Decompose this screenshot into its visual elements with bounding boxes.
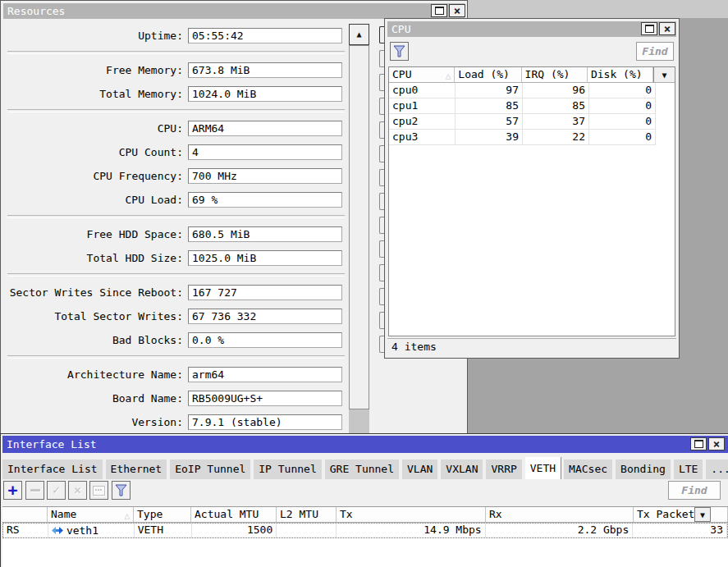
resources-form: Uptime:05:55:42Free Memory:673.8 MiBTota… (1, 24, 347, 458)
cpu-table-row[interactable]: cpu097960 (389, 83, 675, 98)
interface-column-header[interactable]: Type (134, 507, 191, 523)
enable-button[interactable]: ✓ (47, 481, 66, 500)
interface-column-header[interactable]: Rx (486, 507, 634, 523)
tab-ip-tunnel[interactable]: IP Tunnel (254, 460, 321, 479)
tab-interface-list[interactable]: Interface List (2, 460, 103, 479)
resource-field-value[interactable]: 7.9.1 (stable) (188, 414, 342, 430)
tab-vrrp[interactable]: VRRP (486, 460, 521, 479)
close-icon: × (454, 5, 460, 16)
cpu-cell: cpu1 (389, 98, 456, 114)
resource-field-value[interactable]: 05:55:42 (188, 28, 342, 43)
resource-field-value[interactable]: 0.0 % (188, 332, 342, 348)
cpu-column-header[interactable]: CPU△ (389, 67, 455, 83)
tab-macsec[interactable]: MACsec (564, 460, 612, 479)
cpu-cell: 39 (456, 130, 523, 145)
interface-column-header[interactable]: L2 MTU (277, 507, 337, 523)
resource-field-value[interactable]: RB5009UG+S+ (188, 391, 342, 406)
maximize-icon (435, 7, 444, 15)
interface-list-close-button[interactable]: × (708, 437, 725, 450)
resource-field-label: Board Name: (1, 392, 183, 405)
remove-button[interactable] (25, 481, 44, 500)
interface-column-header[interactable]: Tx (337, 507, 486, 523)
resource-field-value[interactable]: 1025.0 MiB (188, 250, 342, 266)
interface-find-button[interactable]: Find (668, 481, 721, 500)
tab-more[interactable]: ... (706, 460, 728, 479)
maximize-icon (694, 440, 703, 448)
tab-lte[interactable]: LTE (674, 460, 703, 479)
resource-field-value[interactable]: 4 (188, 144, 342, 160)
cpu-status-bar: 4 items (387, 338, 676, 355)
resource-field-value[interactable]: 69 % (188, 192, 342, 208)
interface-list-maximize-button[interactable] (690, 437, 707, 450)
resource-field-value[interactable]: 700 MHz (188, 168, 342, 184)
resource-field-label: CPU: (1, 122, 183, 135)
cpu-table-row[interactable]: cpu339220 (389, 130, 675, 145)
resource-field-row: Version:7.9.1 (stable) (1, 410, 347, 434)
column-select-button[interactable]: ▼ (694, 507, 711, 522)
tab-vxlan[interactable]: VXLAN (441, 460, 483, 479)
resources-maximize-button[interactable] (431, 4, 447, 17)
interface-list-window-title: Interface List (7, 438, 97, 450)
resource-field-value[interactable]: 673.8 MiB (188, 62, 342, 78)
resource-field-value[interactable]: ARM64 (188, 121, 342, 136)
resource-field-value[interactable]: 167 727 (188, 285, 342, 300)
interface-column-header[interactable] (2, 507, 48, 523)
cpu-close-button[interactable]: × (659, 22, 675, 35)
cpu-column-header[interactable]: Disk (%) (588, 67, 653, 83)
resource-field-label: Bad Blocks: (1, 334, 183, 346)
comment-button[interactable] (89, 481, 108, 500)
interface-list-titlebar[interactable]: Interface List (2, 436, 728, 453)
resource-field-value[interactable]: arm64 (188, 367, 342, 382)
resource-field-label: CPU Count: (1, 146, 183, 158)
resource-field-row: CPU Count:4 (1, 140, 347, 164)
cpu-filter-button[interactable] (390, 42, 409, 61)
cpu-table-header: CPU△Load (%)IRQ (%)Disk (%)▼ (389, 67, 675, 83)
minus-icon (30, 489, 40, 492)
tab-bonding[interactable]: Bonding (616, 460, 671, 479)
resource-field-value[interactable]: 680.5 MiB (188, 226, 342, 242)
interface-cell: 33 (633, 524, 727, 537)
cpu-window-title: CPU (391, 23, 410, 35)
interface-column-header[interactable]: Tx Packet ( (634, 507, 728, 523)
cpu-find-button[interactable]: Find (636, 42, 674, 61)
sort-ascending-icon: △ (446, 69, 451, 83)
tab-eoip-tunnel[interactable]: EoIP Tunnel (170, 460, 250, 479)
resources-titlebar[interactable]: Resources (3, 3, 465, 19)
tab-ethernet[interactable]: Ethernet (106, 460, 167, 479)
cpu-table-row[interactable]: cpu257370 (389, 114, 675, 130)
interface-table-body: RSveth1VETH150014.9 Mbps2.2 Gbps33 (2, 523, 728, 538)
resources-close-button[interactable]: × (449, 4, 465, 17)
cpu-table-body: cpu097960cpu185850cpu257370cpu339220 (389, 83, 675, 145)
tab-gre-tunnel[interactable]: GRE Tunnel (325, 460, 399, 479)
interface-cell (277, 524, 337, 537)
cpu-titlebar[interactable]: CPU (387, 21, 676, 37)
scroll-up-button[interactable]: ▲ (349, 24, 369, 45)
tab-vlan[interactable]: VLAN (402, 460, 437, 479)
cpu-maximize-button[interactable] (641, 22, 657, 35)
cpu-column-header[interactable]: IRQ (%) (522, 67, 588, 83)
interface-column-header[interactable]: Actual MTU (191, 507, 277, 523)
cpu-window: CPU × Find CPU△Load (%)IRQ (%)Disk (%)▼ … (384, 18, 680, 359)
veth-interface-icon (52, 526, 63, 535)
disable-button[interactable]: ✕ (68, 481, 87, 500)
group-separator (7, 355, 345, 359)
cpu-column-select-button[interactable]: ▼ (653, 67, 675, 83)
filter-button[interactable] (112, 481, 130, 500)
scrollbar-thumb[interactable] (349, 45, 369, 409)
tab-veth[interactable]: VETH (525, 457, 561, 479)
cpu-column-header[interactable]: Load (%) (455, 67, 521, 83)
interface-cell: 14.9 Mbps (337, 524, 486, 537)
resources-scrollbar[interactable]: ▲ (349, 24, 369, 434)
resource-field-row: CPU Frequency:700 MHz (1, 164, 347, 188)
resource-field-value[interactable]: 1024.0 MiB (188, 86, 342, 102)
interface-table-row[interactable]: RSveth1VETH150014.9 Mbps2.2 Gbps33 (2, 523, 728, 538)
resource-field-value[interactable]: 67 736 332 (188, 309, 342, 324)
group-separator (7, 109, 345, 112)
cpu-cell: cpu0 (389, 83, 456, 98)
interface-column-header[interactable]: Name△ (48, 507, 134, 523)
add-button[interactable]: + (3, 481, 22, 500)
resource-field-row: Total Memory:1024.0 MiB (1, 82, 347, 106)
cpu-table-row[interactable]: cpu185850 (389, 98, 675, 114)
resource-field-label: CPU Load: (1, 194, 183, 206)
resource-field-label: Free Memory: (1, 64, 183, 76)
